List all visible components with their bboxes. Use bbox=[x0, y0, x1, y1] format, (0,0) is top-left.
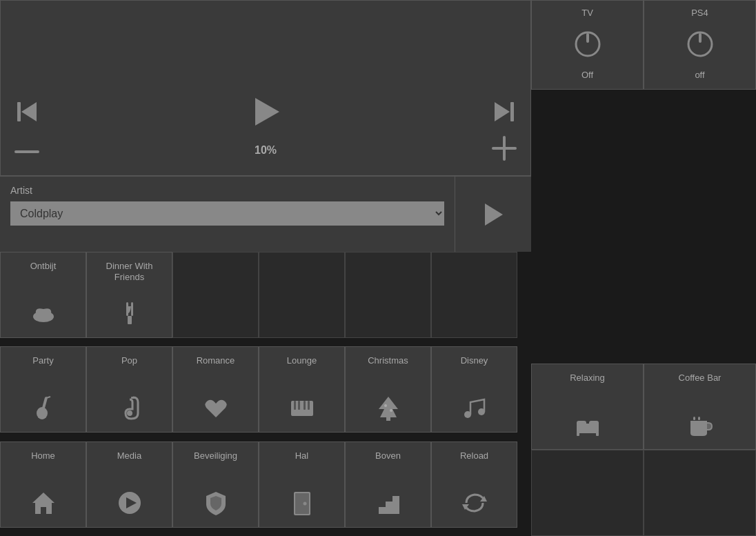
svg-rect-11 bbox=[131, 302, 133, 316]
scene-romance[interactable]: Romance bbox=[172, 346, 259, 433]
svg-rect-20 bbox=[298, 401, 300, 410]
volume-display: 10% bbox=[255, 144, 277, 157]
svg-line-15 bbox=[46, 397, 50, 398]
svg-point-13 bbox=[37, 407, 48, 419]
empty-1 bbox=[172, 252, 259, 338]
right-scene-grid-row2: Relaxing Coffee Bar bbox=[531, 364, 756, 450]
prev-button[interactable] bbox=[14, 98, 42, 126]
svg-rect-43 bbox=[589, 421, 599, 426]
play-circle-icon bbox=[116, 489, 143, 517]
left-panel: 10% Artist Coldplay bbox=[0, 0, 531, 536]
play-button[interactable] bbox=[248, 95, 283, 129]
scene-lounge[interactable]: Lounge bbox=[259, 346, 345, 433]
reload-icon bbox=[461, 489, 488, 517]
device-tv[interactable]: TV Off bbox=[531, 0, 644, 90]
svg-rect-5 bbox=[14, 150, 39, 153]
scene-christmas[interactable]: Christmas bbox=[345, 346, 431, 433]
artist-select[interactable]: Coldplay bbox=[10, 201, 444, 226]
scene-grid-row2: Party Pop Romance bbox=[0, 346, 531, 441]
svg-rect-0 bbox=[17, 102, 21, 121]
scene-beveiliging[interactable]: Beveiliging bbox=[172, 441, 259, 528]
svg-marker-8 bbox=[485, 204, 503, 226]
volume-up-button[interactable] bbox=[492, 136, 517, 165]
svg-point-16 bbox=[127, 410, 132, 416]
svg-rect-47 bbox=[698, 417, 700, 420]
svg-marker-23 bbox=[379, 397, 398, 417]
device-ps4[interactable]: PS4 off bbox=[644, 0, 756, 90]
saxophone-icon bbox=[116, 394, 143, 421]
scene-grid-row1: Ontbijt Dinner With Friends bbox=[0, 252, 531, 346]
right-scene-grid-row3 bbox=[531, 450, 756, 536]
volume-down-button[interactable] bbox=[14, 141, 39, 160]
scene-dinner[interactable]: Dinner With Friends bbox=[86, 252, 172, 338]
svg-marker-2 bbox=[255, 98, 279, 126]
tv-power-icon bbox=[573, 29, 603, 59]
main-container: 10% Artist Coldplay bbox=[0, 0, 756, 536]
croissant-icon bbox=[30, 299, 57, 327]
scene-coffeebar[interactable]: Coffee Bar bbox=[644, 364, 756, 450]
media-player: 10% bbox=[0, 0, 531, 176]
dinner-icon bbox=[116, 299, 143, 327]
scene-hal[interactable]: Hal bbox=[259, 441, 345, 528]
heart-icon bbox=[202, 394, 230, 421]
next-button[interactable] bbox=[489, 98, 517, 126]
svg-rect-12 bbox=[128, 316, 132, 324]
svg-rect-44 bbox=[577, 432, 579, 436]
scene-grid-row3: Home Media Beveiliging bbox=[0, 441, 531, 536]
scene-home[interactable]: Home bbox=[0, 441, 86, 528]
device-row: TV Off PS4 off bbox=[531, 0, 756, 90]
svg-rect-33 bbox=[295, 493, 309, 514]
scene-party[interactable]: Party bbox=[0, 346, 86, 433]
shield-icon bbox=[202, 489, 230, 517]
svg-point-34 bbox=[303, 502, 306, 505]
artist-section: Artist Coldplay bbox=[0, 176, 531, 252]
door-icon bbox=[288, 489, 316, 517]
scene-boven[interactable]: Boven bbox=[345, 441, 431, 528]
svg-marker-1 bbox=[21, 102, 37, 121]
svg-rect-21 bbox=[304, 401, 306, 410]
svg-point-25 bbox=[384, 404, 387, 407]
empty-2 bbox=[259, 252, 345, 338]
guitar-icon bbox=[30, 394, 57, 421]
svg-rect-22 bbox=[308, 401, 310, 410]
bed-icon bbox=[574, 411, 601, 439]
artist-label: Artist bbox=[10, 185, 444, 196]
scene-media[interactable]: Media bbox=[86, 441, 172, 528]
christmas-tree-icon bbox=[375, 394, 402, 421]
svg-rect-40 bbox=[699, 33, 702, 43]
scene-relaxing[interactable]: Relaxing bbox=[531, 364, 644, 450]
svg-rect-46 bbox=[693, 417, 695, 420]
right-empty-row3-2 bbox=[644, 450, 756, 536]
right-empty-row3-1 bbox=[531, 450, 644, 536]
svg-marker-4 bbox=[495, 102, 510, 121]
home-icon bbox=[30, 489, 57, 517]
scene-disney[interactable]: Disney bbox=[431, 346, 517, 433]
svg-marker-29 bbox=[32, 493, 54, 514]
svg-rect-7 bbox=[503, 136, 506, 161]
svg-rect-24 bbox=[386, 417, 390, 421]
svg-rect-38 bbox=[586, 33, 589, 43]
music-icon bbox=[461, 394, 488, 421]
svg-rect-19 bbox=[294, 401, 296, 410]
svg-point-27 bbox=[464, 411, 471, 418]
svg-point-28 bbox=[478, 408, 485, 415]
coffee-icon bbox=[686, 411, 714, 439]
svg-point-26 bbox=[390, 409, 392, 412]
ps4-power-icon bbox=[685, 29, 715, 59]
artist-play-button[interactable] bbox=[455, 177, 531, 252]
svg-rect-42 bbox=[577, 421, 586, 426]
svg-rect-45 bbox=[596, 432, 599, 436]
scene-reload[interactable]: Reload bbox=[431, 441, 517, 528]
piano-icon bbox=[288, 394, 316, 421]
empty-4 bbox=[431, 252, 517, 338]
right-panel: TV Off PS4 off bbox=[531, 0, 756, 536]
right-empty-top bbox=[531, 90, 756, 364]
scene-ontbijt[interactable]: Ontbijt bbox=[0, 252, 86, 338]
svg-rect-3 bbox=[510, 102, 514, 121]
stairs-icon bbox=[375, 489, 402, 517]
artist-left: Artist Coldplay bbox=[0, 177, 455, 252]
scene-pop[interactable]: Pop bbox=[86, 346, 172, 433]
svg-rect-17 bbox=[131, 397, 135, 399]
empty-3 bbox=[345, 252, 431, 338]
